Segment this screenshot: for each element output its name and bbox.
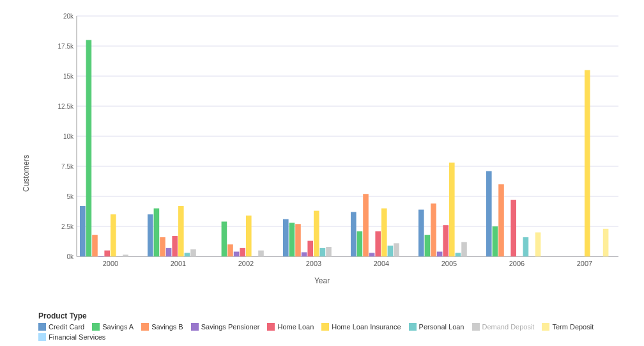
svg-text:2002: 2002 bbox=[238, 260, 254, 267]
bar bbox=[302, 252, 307, 256]
bar bbox=[178, 206, 184, 256]
legend-label: Personal Loan bbox=[419, 323, 464, 331]
bar bbox=[314, 211, 319, 256]
svg-text:15k: 15k bbox=[63, 73, 74, 80]
svg-text:2005: 2005 bbox=[441, 260, 457, 267]
bar bbox=[283, 219, 289, 256]
bar bbox=[456, 253, 461, 256]
bar bbox=[234, 251, 240, 256]
bar bbox=[104, 251, 110, 256]
bar bbox=[172, 236, 178, 256]
legend-label: Financial Services bbox=[49, 333, 105, 341]
bar bbox=[443, 225, 448, 256]
legend-color-box bbox=[191, 323, 199, 331]
legend-item: Demand Deposit bbox=[472, 323, 535, 331]
svg-text:7.5k: 7.5k bbox=[61, 163, 74, 170]
legend-label: Demand Deposit bbox=[482, 323, 535, 331]
svg-text:17.5k: 17.5k bbox=[58, 43, 74, 50]
bar bbox=[369, 253, 375, 256]
bar bbox=[437, 251, 443, 256]
bar bbox=[425, 235, 431, 256]
bar bbox=[190, 249, 196, 256]
x-axis-label: Year bbox=[314, 276, 330, 285]
bar bbox=[92, 235, 98, 256]
legend-color-box bbox=[141, 323, 149, 331]
bar bbox=[363, 194, 369, 256]
legend-label: Term Deposit bbox=[552, 323, 594, 331]
svg-text:2004: 2004 bbox=[374, 260, 389, 267]
legend-item: Financial Services bbox=[38, 333, 105, 341]
bar bbox=[185, 253, 190, 256]
legend-label: Savings Pensioner bbox=[201, 323, 260, 331]
bar bbox=[351, 212, 356, 256]
legend-label: Credit Card bbox=[49, 323, 84, 331]
svg-text:0k: 0k bbox=[66, 253, 74, 260]
bar bbox=[320, 248, 326, 256]
svg-text:2003: 2003 bbox=[306, 260, 321, 267]
bar bbox=[449, 162, 455, 256]
bar bbox=[154, 208, 160, 256]
legend-label: Savings A bbox=[102, 323, 134, 331]
bar bbox=[326, 247, 332, 256]
bar-chart: 0k2.5k5k7.5k10k12.5k15k17.5k20k200020012… bbox=[45, 6, 631, 282]
bar bbox=[535, 232, 541, 256]
svg-text:12.5k: 12.5k bbox=[58, 103, 74, 110]
bar bbox=[222, 221, 227, 256]
legend-color-box bbox=[267, 323, 275, 331]
bar bbox=[381, 208, 387, 256]
bar bbox=[498, 184, 504, 256]
chart-area: 0k2.5k5k7.5k10k12.5k15k17.5k20k200020012… bbox=[45, 6, 631, 282]
legend-item: Credit Card bbox=[38, 323, 84, 331]
bar bbox=[148, 214, 153, 256]
legend-label: Home Loan bbox=[277, 323, 314, 331]
svg-text:2007: 2007 bbox=[577, 260, 592, 267]
svg-text:2001: 2001 bbox=[171, 260, 186, 267]
legend-color-box bbox=[409, 323, 417, 331]
bar bbox=[357, 232, 363, 256]
legend-color-box bbox=[321, 323, 329, 331]
legend-item: Personal Loan bbox=[409, 323, 464, 331]
bar bbox=[394, 243, 399, 256]
legend-color-box bbox=[38, 323, 46, 331]
bar bbox=[86, 40, 92, 256]
bar bbox=[388, 246, 394, 256]
legend: Product Type Credit Card Savings A Savin… bbox=[38, 311, 613, 341]
legend-item: Savings Pensioner bbox=[191, 323, 260, 331]
chart-container: Customers 0k2.5k5k7.5k10k12.5k15k17.5k20… bbox=[0, 0, 644, 346]
legend-label: Savings B bbox=[151, 323, 183, 331]
svg-text:10k: 10k bbox=[63, 133, 74, 140]
legend-label: Home Loan Insurance bbox=[332, 323, 401, 331]
bar bbox=[585, 70, 590, 256]
svg-text:2006: 2006 bbox=[509, 260, 525, 267]
bar bbox=[123, 255, 128, 256]
legend-title: Product Type bbox=[38, 311, 613, 320]
svg-text:2.5k: 2.5k bbox=[61, 223, 74, 230]
bar bbox=[80, 206, 86, 256]
bar bbox=[486, 171, 492, 256]
bar bbox=[461, 242, 467, 256]
bar bbox=[375, 232, 381, 256]
bar bbox=[289, 223, 295, 256]
bar bbox=[523, 237, 529, 256]
bar bbox=[307, 241, 313, 256]
legend-item: Savings B bbox=[141, 323, 183, 331]
bar bbox=[493, 226, 498, 256]
legend-color-box bbox=[92, 323, 100, 331]
bar bbox=[603, 229, 609, 256]
svg-text:2000: 2000 bbox=[103, 260, 118, 267]
bar bbox=[258, 251, 264, 256]
bar bbox=[246, 216, 252, 256]
legend-color-box bbox=[38, 333, 46, 341]
legend-item: Savings A bbox=[92, 323, 134, 331]
legend-items: Credit Card Savings A Savings B Savings … bbox=[38, 323, 613, 341]
legend-color-box bbox=[472, 323, 480, 331]
bar bbox=[240, 248, 245, 256]
legend-color-box bbox=[542, 323, 549, 331]
legend-item: Term Deposit bbox=[542, 323, 594, 331]
bar bbox=[227, 244, 233, 256]
bar bbox=[166, 248, 172, 256]
legend-item: Home Loan Insurance bbox=[321, 323, 401, 331]
bar bbox=[160, 237, 165, 256]
bar bbox=[431, 203, 436, 256]
bar bbox=[418, 210, 424, 256]
